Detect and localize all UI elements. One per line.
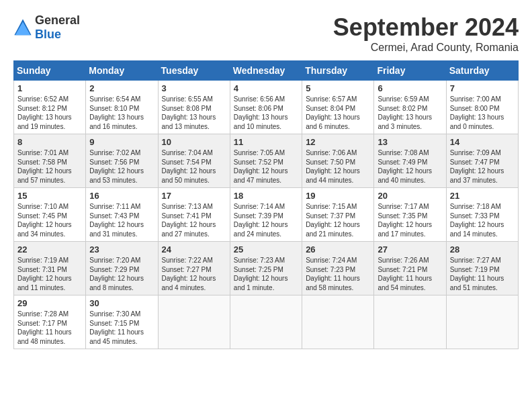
weekday-header: Thursday [302, 61, 374, 81]
day-info: Sunrise: 6:54 AM Sunset: 8:10 PM Dayligh… [89, 95, 154, 131]
daylight-label: Daylight: 12 hours and 1 minute. [234, 275, 288, 291]
weekday-header: Sunday [14, 61, 86, 81]
day-number: 25 [234, 244, 298, 255]
daylight-label: Daylight: 13 hours and 13 minutes. [162, 113, 216, 130]
sunrise-label: Sunrise: 7:10 AM [17, 203, 69, 210]
logo: General Blue [13, 13, 80, 42]
daylight-label: Daylight: 13 hours and 3 minutes. [378, 113, 432, 130]
calendar-cell: 29 Sunrise: 7:28 AM Sunset: 7:17 PM Dayl… [14, 295, 86, 349]
sunset-label: Sunset: 7:58 PM [17, 158, 67, 166]
day-number: 26 [306, 244, 370, 255]
sunset-label: Sunset: 7:45 PM [17, 212, 67, 220]
daylight-label: Daylight: 12 hours and 24 minutes. [234, 221, 288, 238]
day-number: 24 [162, 244, 226, 255]
day-info: Sunrise: 7:09 AM Sunset: 7:47 PM Dayligh… [450, 148, 515, 185]
day-info: Sunrise: 7:26 AM Sunset: 7:21 PM Dayligh… [378, 256, 442, 292]
calendar-cell: 11 Sunrise: 7:05 AM Sunset: 7:52 PM Dayl… [230, 134, 302, 188]
calendar-week-row: 15 Sunrise: 7:10 AM Sunset: 7:45 PM Dayl… [14, 188, 519, 242]
sunrise-label: Sunrise: 7:30 AM [89, 310, 140, 318]
day-info: Sunrise: 7:30 AM Sunset: 7:15 PM Dayligh… [89, 310, 154, 346]
daylight-label: Daylight: 12 hours and 31 minutes. [89, 221, 144, 238]
day-number: 4 [234, 83, 298, 93]
sunrise-label: Sunrise: 7:09 AM [450, 149, 501, 156]
day-number: 16 [89, 191, 154, 201]
day-number: 9 [89, 137, 154, 147]
weekday-header-row: SundayMondayTuesdayWednesdayThursdayFrid… [14, 61, 519, 81]
sunrise-label: Sunrise: 7:15 AM [306, 203, 357, 210]
daylight-label: Daylight: 11 hours and 48 minutes. [17, 328, 72, 345]
day-info: Sunrise: 7:01 AM Sunset: 7:58 PM Dayligh… [17, 148, 82, 185]
day-number: 21 [450, 191, 515, 201]
sunrise-label: Sunrise: 6:55 AM [162, 95, 213, 103]
calendar-cell: 21 Sunrise: 7:18 AM Sunset: 7:33 PM Dayl… [446, 188, 518, 242]
day-info: Sunrise: 6:57 AM Sunset: 8:04 PM Dayligh… [306, 95, 370, 131]
calendar-week-row: 22 Sunrise: 7:19 AM Sunset: 7:31 PM Dayl… [14, 242, 519, 295]
sunrise-label: Sunrise: 7:14 AM [234, 203, 285, 210]
calendar-cell: 10 Sunrise: 7:04 AM Sunset: 7:54 PM Dayl… [158, 134, 230, 188]
day-number: 20 [378, 191, 442, 201]
day-info: Sunrise: 6:55 AM Sunset: 8:08 PM Dayligh… [162, 95, 226, 131]
day-number: 28 [450, 244, 515, 255]
daylight-label: Daylight: 12 hours and 53 minutes. [89, 167, 144, 184]
day-number: 1 [17, 83, 82, 93]
calendar-cell: 23 Sunrise: 7:20 AM Sunset: 7:29 PM Dayl… [86, 242, 158, 295]
calendar-cell: 14 Sunrise: 7:09 AM Sunset: 7:47 PM Dayl… [446, 134, 518, 188]
day-number: 30 [89, 298, 154, 308]
page-header: General Blue September 2024 Cermei, Arad… [13, 13, 519, 54]
day-info: Sunrise: 7:11 AM Sunset: 7:43 PM Dayligh… [89, 202, 154, 238]
day-number: 11 [234, 137, 298, 147]
day-info: Sunrise: 7:23 AM Sunset: 7:25 PM Dayligh… [234, 256, 298, 292]
day-number: 7 [450, 83, 515, 93]
day-number: 23 [89, 244, 154, 255]
daylight-label: Daylight: 12 hours and 57 minutes. [17, 167, 72, 184]
sunrise-label: Sunrise: 7:13 AM [162, 203, 213, 210]
day-number: 3 [162, 83, 226, 93]
sunrise-label: Sunrise: 6:57 AM [306, 95, 357, 103]
sunset-label: Sunset: 7:49 PM [378, 158, 427, 166]
sunset-label: Sunset: 7:29 PM [89, 266, 139, 273]
sunset-label: Sunset: 8:12 PM [17, 105, 67, 112]
weekday-header: Wednesday [230, 61, 302, 81]
sunrise-label: Sunrise: 7:00 AM [450, 95, 501, 103]
weekday-header: Tuesday [158, 61, 230, 81]
day-info: Sunrise: 7:19 AM Sunset: 7:31 PM Dayligh… [17, 256, 82, 292]
daylight-label: Daylight: 12 hours and 27 minutes. [162, 221, 216, 238]
sunrise-label: Sunrise: 7:02 AM [89, 149, 140, 156]
sunrise-label: Sunrise: 7:19 AM [17, 257, 69, 264]
calendar-cell: 16 Sunrise: 7:11 AM Sunset: 7:43 PM Dayl… [86, 188, 158, 242]
daylight-label: Daylight: 12 hours and 4 minutes. [162, 275, 216, 291]
calendar-cell: 24 Sunrise: 7:22 AM Sunset: 7:27 PM Dayl… [158, 242, 230, 295]
logo-icon [13, 18, 32, 37]
calendar-cell: 30 Sunrise: 7:30 AM Sunset: 7:15 PM Dayl… [86, 295, 158, 349]
sunset-label: Sunset: 7:50 PM [306, 158, 355, 166]
day-number: 17 [162, 191, 226, 201]
daylight-label: Daylight: 12 hours and 44 minutes. [306, 167, 360, 184]
calendar-cell: 15 Sunrise: 7:10 AM Sunset: 7:45 PM Dayl… [14, 188, 86, 242]
daylight-label: Daylight: 12 hours and 50 minutes. [162, 167, 216, 184]
calendar-week-row: 1 Sunrise: 6:52 AM Sunset: 8:12 PM Dayli… [14, 81, 519, 134]
day-number: 10 [162, 137, 226, 147]
sunrise-label: Sunrise: 6:56 AM [234, 95, 285, 103]
sunrise-label: Sunrise: 7:23 AM [234, 257, 285, 264]
weekday-header: Monday [86, 61, 158, 81]
logo-general: General [35, 13, 80, 27]
day-number: 13 [378, 137, 442, 147]
sunset-label: Sunset: 8:02 PM [378, 105, 427, 112]
sunset-label: Sunset: 8:04 PM [306, 105, 355, 112]
day-info: Sunrise: 7:13 AM Sunset: 7:41 PM Dayligh… [162, 202, 226, 238]
day-info: Sunrise: 7:18 AM Sunset: 7:33 PM Dayligh… [450, 202, 515, 238]
calendar-cell: 22 Sunrise: 7:19 AM Sunset: 7:31 PM Dayl… [14, 242, 86, 295]
sunset-label: Sunset: 7:31 PM [17, 266, 67, 273]
sunrise-label: Sunrise: 7:01 AM [17, 149, 69, 156]
sunrise-label: Sunrise: 7:18 AM [450, 203, 501, 210]
calendar-cell: 8 Sunrise: 7:01 AM Sunset: 7:58 PM Dayli… [14, 134, 86, 188]
calendar-cell: 13 Sunrise: 7:08 AM Sunset: 7:49 PM Dayl… [374, 134, 446, 188]
calendar-cell: 26 Sunrise: 7:24 AM Sunset: 7:23 PM Dayl… [302, 242, 374, 295]
day-number: 29 [17, 298, 82, 308]
daylight-label: Daylight: 11 hours and 51 minutes. [450, 275, 504, 291]
sunrise-label: Sunrise: 7:17 AM [378, 203, 429, 210]
calendar-cell: 2 Sunrise: 6:54 AM Sunset: 8:10 PM Dayli… [86, 81, 158, 134]
daylight-label: Daylight: 13 hours and 16 minutes. [89, 113, 144, 130]
daylight-label: Daylight: 12 hours and 17 minutes. [378, 221, 432, 238]
sunset-label: Sunset: 7:41 PM [162, 212, 212, 220]
